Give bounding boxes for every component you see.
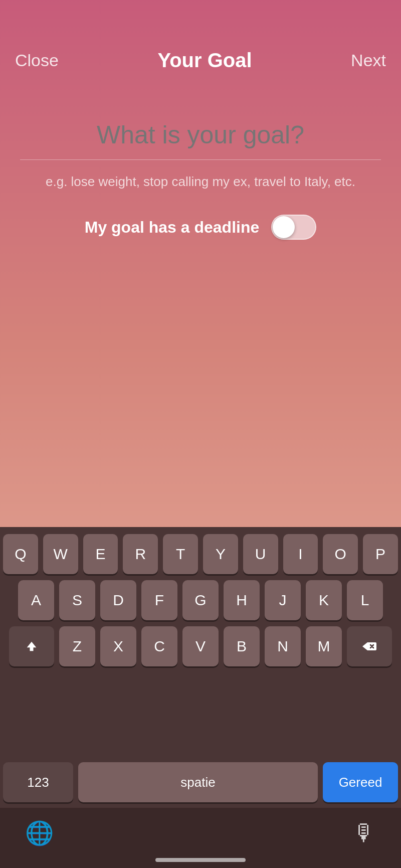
key-p[interactable]: P xyxy=(363,534,398,574)
globe-icon[interactable]: 🌐 xyxy=(25,819,54,846)
key-o[interactable]: O xyxy=(323,534,358,574)
key-h[interactable]: H xyxy=(224,580,260,620)
goal-hint: e.g. lose weight, stop calling my ex, tr… xyxy=(46,174,355,190)
keyboard-bottom-row: 123 spatie Gereed xyxy=(0,763,401,808)
key-row-1: Q W E R T Y U I O P xyxy=(3,534,398,574)
key-l[interactable]: L xyxy=(347,580,383,620)
key-z[interactable]: Z xyxy=(59,626,95,666)
deadline-label: My goal has a deadline xyxy=(85,218,260,237)
page-title: Your Goal xyxy=(157,49,252,72)
home-indicator xyxy=(155,858,246,862)
key-b[interactable]: B xyxy=(224,626,260,666)
key-d[interactable]: D xyxy=(100,580,136,620)
key-q[interactable]: Q xyxy=(3,534,38,574)
goal-input[interactable] xyxy=(20,120,381,149)
key-row-3: Z X C V B N M xyxy=(3,626,398,666)
key-g[interactable]: G xyxy=(182,580,219,620)
content-area: e.g. lose weight, stop calling my ex, tr… xyxy=(0,100,401,527)
num-key[interactable]: 123 xyxy=(3,762,73,802)
key-r[interactable]: R xyxy=(123,534,158,574)
key-c[interactable]: C xyxy=(141,626,177,666)
top-navigation: Close Your Goal Next xyxy=(0,0,401,100)
key-j[interactable]: J xyxy=(265,580,301,620)
key-s[interactable]: S xyxy=(59,580,95,620)
key-f[interactable]: F xyxy=(141,580,177,620)
key-x[interactable]: X xyxy=(100,626,136,666)
key-m[interactable]: M xyxy=(306,626,342,666)
done-key[interactable]: Gereed xyxy=(323,762,398,802)
key-k[interactable]: K xyxy=(306,580,342,620)
key-w[interactable]: W xyxy=(43,534,78,574)
close-button[interactable]: Close xyxy=(15,51,59,70)
key-t[interactable]: T xyxy=(163,534,198,574)
key-n[interactable]: N xyxy=(265,626,301,666)
deadline-row: My goal has a deadline xyxy=(85,215,317,240)
key-v[interactable]: V xyxy=(182,626,219,666)
key-e[interactable]: E xyxy=(83,534,118,574)
backspace-key[interactable] xyxy=(347,626,392,666)
next-button[interactable]: Next xyxy=(351,51,386,70)
key-a[interactable]: A xyxy=(18,580,54,620)
key-row-2: A S D F G H J K L xyxy=(3,580,398,620)
key-u[interactable]: U xyxy=(243,534,278,574)
space-key[interactable]: spatie xyxy=(78,762,318,802)
key-y[interactable]: Y xyxy=(203,534,238,574)
key-i[interactable]: I xyxy=(283,534,318,574)
goal-input-wrapper xyxy=(20,120,381,160)
toggle-knob xyxy=(273,216,295,238)
shift-key[interactable] xyxy=(9,626,54,666)
deadline-toggle[interactable] xyxy=(271,215,316,240)
mic-icon[interactable]: 🎙 xyxy=(353,819,376,846)
keyboard: Q W E R T Y U I O P A S D F G H J K L xyxy=(0,527,401,868)
keyboard-rows: Q W E R T Y U I O P A S D F G H J K L xyxy=(0,527,401,763)
